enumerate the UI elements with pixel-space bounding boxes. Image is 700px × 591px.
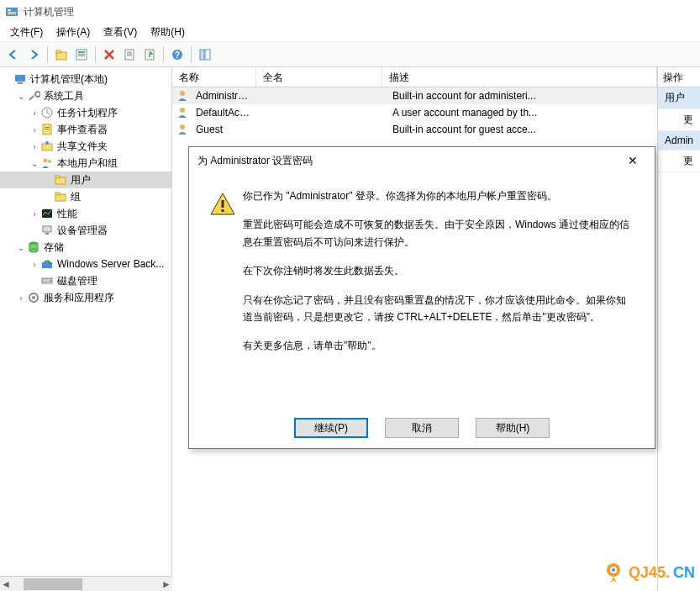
menu-view[interactable]: 查看(V) [97, 24, 144, 41]
tree-label: 性能 [57, 207, 77, 221]
dialog-titlebar[interactable]: 为 Administrator 设置密码 ✕ [189, 147, 655, 174]
folder-icon [54, 190, 67, 203]
svg-rect-31 [43, 226, 51, 232]
svg-rect-44 [222, 200, 224, 208]
tree-device-manager[interactable]: 设备管理器 [0, 222, 171, 239]
svg-rect-7 [78, 51, 85, 53]
scroll-right-icon[interactable]: ► [161, 578, 172, 590]
col-name[interactable]: 名称 [172, 67, 256, 87]
svg-point-35 [29, 249, 38, 252]
col-desc[interactable]: 描述 [382, 67, 657, 87]
view-mode-icon[interactable] [196, 45, 214, 64]
chevron-right-icon[interactable]: › [29, 260, 40, 269]
tree-local-users-groups[interactable]: ⌄ 本地用户和组 [0, 155, 171, 171]
svg-rect-3 [8, 13, 16, 14]
tree-task-scheduler[interactable]: › 任务计划程序 [0, 104, 171, 121]
svg-rect-8 [78, 54, 85, 55]
chevron-right-icon[interactable]: › [15, 293, 27, 303]
tree-shared-folders[interactable]: › 共享文件夹 [0, 138, 171, 155]
tree-label: 任务计划程序 [57, 106, 118, 120]
actions-more2[interactable]: 更 [658, 150, 700, 172]
delete-icon[interactable] [100, 45, 118, 64]
cell-desc: Built-in account for administeri... [386, 90, 657, 102]
tree-disk-mgmt[interactable]: 磁盘管理 [0, 272, 171, 289]
perf-icon [40, 207, 54, 220]
actions-header: 操作 [658, 67, 700, 87]
scroll-thumb[interactable] [24, 578, 82, 590]
cancel-button[interactable]: 取消 [385, 418, 459, 438]
svg-rect-32 [45, 233, 49, 235]
col-fullname[interactable]: 全名 [256, 67, 382, 87]
export-icon[interactable] [140, 45, 159, 64]
menu-action[interactable]: 操作(A) [50, 24, 97, 41]
menubar: 文件(F) 操作(A) 查看(V) 帮助(H) [0, 24, 700, 42]
svg-point-38 [50, 280, 51, 282]
dialog-p2: 重置此密码可能会造成不可恢复的数据丢失。由于安全原因，Windows 通过使相应… [243, 216, 634, 251]
dialog-message: 你已作为 "Administrator" 登录。你选择为你的本地用户帐户重置密码… [243, 187, 634, 408]
tree-label: 计算机管理(本地) [30, 72, 108, 87]
chevron-right-icon[interactable]: › [29, 108, 40, 118]
nav-hscrollbar[interactable]: ◄ ► [0, 576, 172, 591]
tree-services-apps[interactable]: › 服务和应用程序 [0, 289, 171, 306]
svg-rect-27 [55, 176, 60, 178]
chevron-right-icon[interactable]: › [29, 125, 40, 135]
computer-icon [13, 72, 27, 86]
dialog-p3: 在下次你注销时将发生此数据丢失。 [243, 262, 634, 279]
svg-point-24 [44, 159, 48, 163]
tree-label: 设备管理器 [57, 224, 108, 238]
chevron-down-icon[interactable]: ⌄ [15, 92, 27, 101]
tree-root[interactable]: 计算机管理(本地) [0, 71, 171, 87]
disk-icon [40, 274, 54, 288]
user-row[interactable]: Administrat... Built-in account for admi… [172, 87, 657, 104]
continue-button[interactable]: 继续(P) [294, 418, 368, 438]
window-titlebar: 计算机管理 [0, 0, 700, 24]
svg-rect-16 [15, 75, 25, 82]
nav-forward-icon[interactable] [24, 45, 43, 64]
tree-system-tools[interactable]: ⌄ 系统工具 [0, 87, 171, 104]
menu-file[interactable]: 文件(F) [3, 24, 50, 41]
chevron-right-icon[interactable]: › [29, 142, 40, 151]
svg-rect-5 [56, 50, 61, 53]
toolbar-separator [191, 46, 192, 63]
tree-label: 系统工具 [44, 89, 84, 103]
help-button[interactable]: 帮助(H) [476, 418, 550, 438]
folder-icon [54, 173, 67, 187]
actions-admin[interactable]: Admin [658, 131, 700, 150]
help-icon[interactable]: ? [168, 45, 187, 64]
user-row[interactable]: Guest Built-in account for guest acce... [172, 121, 657, 138]
tree-users[interactable]: 用户 [0, 171, 171, 188]
up-level-icon[interactable] [52, 45, 71, 64]
user-row[interactable]: DefaultAcc... A user account managed by … [172, 104, 657, 121]
actions-users[interactable]: 用户 [658, 87, 700, 109]
nav-back-icon[interactable] [4, 45, 23, 64]
svg-rect-14 [200, 50, 204, 60]
tree-storage[interactable]: ⌄ 存储 [0, 239, 171, 256]
properties-icon[interactable] [72, 45, 91, 64]
close-icon[interactable]: ✕ [619, 154, 646, 167]
tree-label: 本地用户和组 [57, 156, 118, 171]
watermark: QJ45.CN [602, 561, 695, 584]
tree-groups[interactable]: 组 [0, 188, 171, 205]
clock-icon [40, 106, 54, 119]
chevron-right-icon[interactable]: › [29, 209, 40, 219]
menu-help[interactable]: 帮助(H) [144, 24, 192, 41]
column-headers: 名称 全名 描述 [172, 67, 657, 87]
cell-name: Guest [189, 124, 260, 135]
tree-event-viewer[interactable]: › 事件查看器 [0, 121, 171, 138]
refresh-icon[interactable] [120, 45, 139, 64]
svg-point-43 [180, 124, 185, 129]
user-icon [176, 106, 189, 119]
chevron-down-icon[interactable]: ⌄ [15, 243, 27, 252]
backup-icon [40, 257, 54, 271]
navigation-tree: 计算机管理(本地) ⌄ 系统工具 › 任务计划程序 › 事件查看器 › 共享文件… [0, 67, 172, 591]
scroll-left-icon[interactable]: ◄ [0, 578, 12, 590]
tree-label: 组 [71, 190, 81, 204]
tree-performance[interactable]: › 性能 [0, 205, 171, 222]
cell-desc: A user account managed by th... [386, 107, 657, 119]
storage-icon [27, 240, 40, 254]
tree-wsb[interactable]: › Windows Server Back... [0, 256, 171, 272]
toolbar-separator [163, 46, 164, 63]
event-icon [40, 123, 54, 136]
chevron-down-icon[interactable]: ⌄ [29, 159, 40, 168]
actions-more[interactable]: 更 [658, 109, 700, 131]
